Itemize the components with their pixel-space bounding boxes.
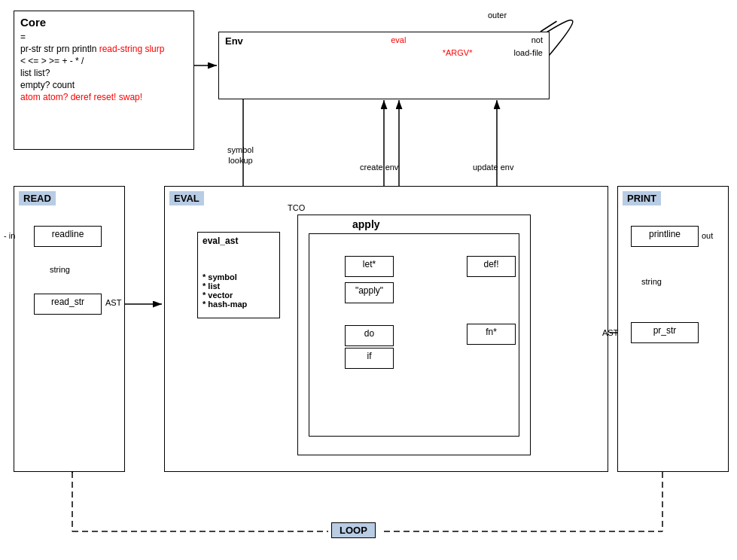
core-line-5: empty? count bbox=[20, 80, 187, 90]
env-eval: eval bbox=[391, 35, 406, 44]
in-label: - in bbox=[4, 231, 15, 240]
tco-label: TCO bbox=[288, 203, 305, 212]
loop-label: LOOP bbox=[331, 522, 376, 538]
read-string-label: string bbox=[50, 265, 70, 274]
if-box: if bbox=[345, 348, 394, 369]
read-ast-label: AST bbox=[105, 298, 121, 307]
read-str-box: read_str bbox=[34, 294, 102, 315]
env-not: not bbox=[531, 35, 543, 44]
print-title: PRINT bbox=[623, 191, 661, 205]
create-env-label: create env bbox=[360, 163, 398, 172]
env-argv: *ARGV* bbox=[443, 48, 473, 57]
core-title: Core bbox=[20, 16, 187, 29]
core-line-4: list list? bbox=[20, 68, 187, 78]
core-line-3: < <= > >= + - * / bbox=[20, 56, 187, 66]
env-box: Env eval not *ARGV* load-file bbox=[218, 32, 550, 99]
pr-str-box: pr_str bbox=[631, 322, 699, 343]
fn-star-box: fn* bbox=[467, 324, 516, 345]
readline-box: readline bbox=[34, 226, 102, 247]
read-title: READ bbox=[19, 191, 56, 205]
do-box: do bbox=[345, 325, 394, 346]
diagram: Core = pr-str str prn println read-strin… bbox=[0, 0, 737, 560]
printline-box: printline bbox=[631, 226, 699, 247]
core-line-6: atom atom? deref reset! swap! bbox=[20, 92, 187, 102]
env-load-file: load-file bbox=[513, 48, 543, 57]
out-label: out bbox=[702, 231, 713, 240]
core-box: Core = pr-str str prn println read-strin… bbox=[14, 11, 194, 150]
def-excl-box: def! bbox=[467, 256, 516, 277]
core-line-2: pr-str str prn println read-string slurp bbox=[20, 44, 187, 54]
core-line-1: = bbox=[20, 32, 187, 42]
eval-title: EVAL bbox=[169, 191, 204, 205]
let-star-box: let* bbox=[345, 256, 394, 277]
symbol-lookup-label: symbollookup bbox=[227, 145, 254, 166]
eval-ast-title: eval_ast bbox=[203, 236, 275, 246]
eval-ast-label: eval_ast * symbol * list * vector * hash… bbox=[197, 232, 280, 318]
apply-str-box: "apply" bbox=[345, 282, 394, 303]
eval-ast-bullets: * symbol * list * vector * hash-map bbox=[203, 272, 275, 309]
outer-label: outer bbox=[488, 11, 507, 20]
print-string-label: string bbox=[641, 277, 662, 286]
print-ast-label: AST bbox=[602, 328, 618, 337]
env-title: Env bbox=[225, 35, 243, 47]
apply-label: apply bbox=[352, 218, 380, 230]
update-env-label: update env bbox=[473, 163, 513, 172]
